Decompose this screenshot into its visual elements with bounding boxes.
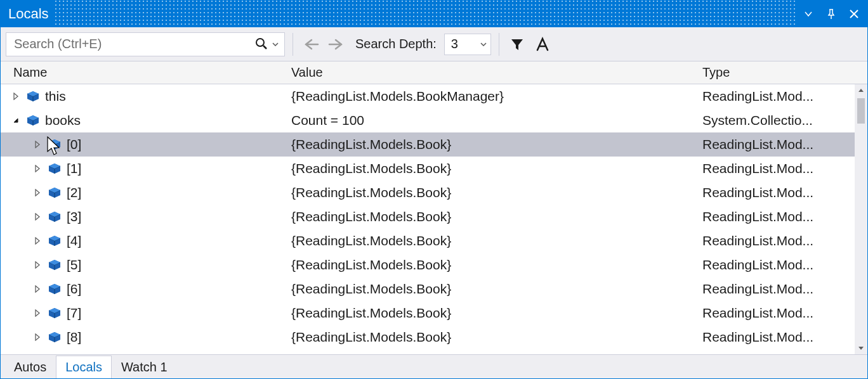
expand-button[interactable] — [32, 164, 43, 174]
variables-grid: Name Value Type this{ReadingList.Models.… — [1, 61, 867, 354]
variable-name: [2] — [67, 185, 81, 200]
close-button[interactable] — [847, 7, 861, 21]
variable-row[interactable]: [5]{ReadingList.Models.Book}ReadingList.… — [1, 253, 867, 277]
expand-button[interactable] — [32, 308, 43, 318]
tab-watch-1[interactable]: Watch 1 — [112, 356, 177, 379]
name-cell: [8] — [1, 330, 285, 345]
search-depth-value: 3 — [451, 37, 480, 51]
expand-button[interactable] — [32, 260, 43, 270]
object-icon — [26, 115, 40, 126]
tab-autos[interactable]: Autos — [4, 356, 56, 379]
value-cell[interactable]: {ReadingList.Models.Book} — [285, 330, 696, 345]
value-cell[interactable]: {ReadingList.Models.Book} — [285, 305, 696, 321]
expand-button[interactable] — [32, 284, 43, 294]
text-style-button[interactable] — [532, 34, 553, 55]
variable-row[interactable]: [0]{ReadingList.Models.Book}ReadingList.… — [1, 132, 867, 157]
search-dropdown-button[interactable] — [270, 41, 280, 48]
expand-button[interactable] — [32, 212, 43, 222]
name-cell: [4] — [1, 233, 285, 248]
value-cell[interactable]: {ReadingList.Models.Book} — [285, 257, 696, 273]
scroll-down-button[interactable] — [855, 342, 867, 354]
tab-locals[interactable]: Locals — [56, 356, 112, 379]
search-depth-selector[interactable]: 3 — [444, 34, 491, 55]
name-cell: books — [1, 113, 285, 128]
variable-name: [7] — [67, 305, 81, 321]
object-icon — [48, 283, 62, 295]
type-cell: ReadingList.Mod... — [696, 281, 867, 297]
toolbar-separator — [293, 33, 293, 56]
value-cell[interactable]: {ReadingList.Models.Book} — [285, 233, 696, 248]
grid-body: this{ReadingList.Models.BookManager}Read… — [1, 84, 867, 354]
scroll-up-button[interactable] — [855, 84, 867, 97]
type-cell: ReadingList.Mod... — [696, 233, 867, 248]
variable-name: [5] — [67, 257, 81, 273]
variable-row[interactable]: [2]{ReadingList.Models.Book}ReadingList.… — [1, 181, 867, 205]
object-icon — [48, 331, 62, 343]
value-cell[interactable]: {ReadingList.Models.Book} — [285, 281, 696, 297]
name-cell: this — [1, 89, 285, 104]
name-cell: [0] — [1, 137, 285, 152]
search-box[interactable] — [6, 32, 285, 56]
window-menu-button[interactable] — [801, 7, 815, 21]
variable-row[interactable]: [6]{ReadingList.Models.Book}ReadingList.… — [1, 277, 867, 301]
value-cell[interactable]: {ReadingList.Models.Book} — [285, 161, 696, 176]
toolbar: Search Depth: 3 — [1, 27, 867, 61]
svg-point-0 — [256, 39, 264, 46]
variable-row[interactable]: [1]{ReadingList.Models.Book}ReadingList.… — [1, 157, 867, 181]
value-cell[interactable]: {ReadingList.Models.BookManager} — [285, 89, 696, 104]
titlebar-grip[interactable] — [54, 1, 796, 27]
value-cell[interactable]: Count = 100 — [285, 113, 696, 128]
name-cell: [3] — [1, 209, 285, 224]
collapse-button[interactable] — [11, 115, 21, 125]
scrollbar-thumb[interactable] — [857, 98, 865, 124]
nav-back-button[interactable] — [301, 34, 321, 55]
object-icon — [48, 187, 62, 198]
search-icon[interactable] — [255, 37, 269, 51]
object-icon — [26, 91, 40, 102]
object-icon — [48, 259, 62, 271]
variable-name: [8] — [67, 330, 81, 345]
object-icon — [48, 235, 62, 247]
nav-forward-button[interactable] — [326, 34, 346, 55]
value-cell[interactable]: {ReadingList.Models.Book} — [285, 209, 696, 224]
type-cell: ReadingList.Mod... — [696, 137, 867, 152]
chevron-down-icon — [480, 41, 487, 48]
type-cell: ReadingList.Mod... — [696, 89, 867, 104]
name-cell: [7] — [1, 305, 285, 321]
column-header-value[interactable]: Value — [285, 61, 696, 84]
type-cell: ReadingList.Mod... — [696, 305, 867, 321]
type-cell: ReadingList.Mod... — [696, 161, 867, 176]
grid-header: Name Value Type — [1, 61, 867, 84]
pin-button[interactable] — [824, 7, 838, 21]
column-header-type[interactable]: Type — [696, 61, 867, 84]
vertical-scrollbar[interactable] — [855, 84, 867, 354]
expand-button[interactable] — [32, 332, 43, 342]
value-cell[interactable]: {ReadingList.Models.Book} — [285, 137, 696, 152]
expand-button[interactable] — [32, 188, 43, 198]
variable-row[interactable]: this{ReadingList.Models.BookManager}Read… — [1, 84, 867, 108]
variable-row[interactable]: [7]{ReadingList.Models.Book}ReadingList.… — [1, 301, 867, 325]
name-cell: [1] — [1, 161, 285, 176]
column-header-name[interactable]: Name — [1, 61, 285, 84]
variable-row[interactable]: [8]{ReadingList.Models.Book}ReadingList.… — [1, 325, 867, 349]
expand-button[interactable] — [32, 236, 43, 246]
search-input[interactable] — [13, 36, 255, 52]
variable-name: [1] — [67, 161, 81, 176]
variable-row[interactable]: booksCount = 100System.Collectio... — [1, 108, 867, 132]
expand-button[interactable] — [32, 139, 43, 150]
locals-window: Locals — [0, 0, 868, 379]
filter-button[interactable] — [507, 34, 527, 55]
type-cell: ReadingList.Mod... — [696, 330, 867, 345]
object-icon — [48, 211, 62, 222]
type-cell: ReadingList.Mod... — [696, 257, 867, 273]
name-cell: [6] — [1, 281, 285, 297]
type-cell: ReadingList.Mod... — [696, 185, 867, 200]
object-icon — [48, 163, 62, 174]
search-depth-label: Search Depth: — [352, 37, 439, 51]
value-cell[interactable]: {ReadingList.Models.Book} — [285, 185, 696, 200]
titlebar: Locals — [1, 1, 867, 27]
variable-row[interactable]: [3]{ReadingList.Models.Book}ReadingList.… — [1, 205, 867, 229]
name-cell: [5] — [1, 257, 285, 273]
variable-row[interactable]: [4]{ReadingList.Models.Book}ReadingList.… — [1, 229, 867, 253]
expand-button[interactable] — [11, 91, 21, 101]
